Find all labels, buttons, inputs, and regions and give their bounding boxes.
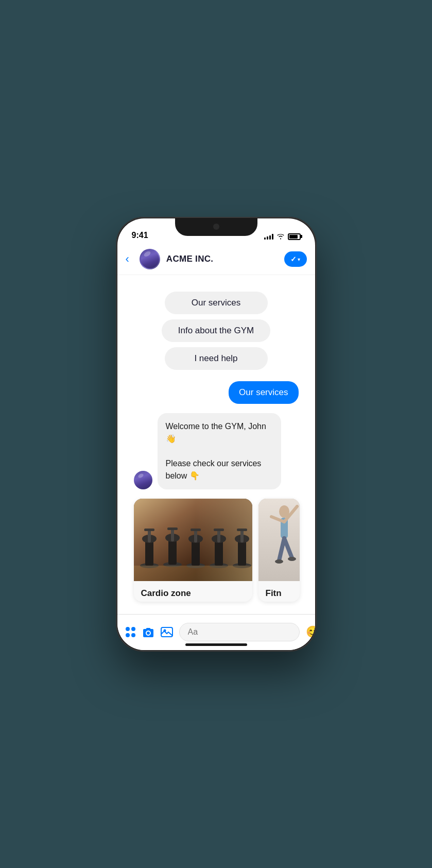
svg-point-36 bbox=[275, 559, 283, 564]
svg-rect-26 bbox=[237, 529, 247, 531]
quick-reply-help[interactable]: I need help bbox=[165, 347, 268, 370]
svg-rect-21 bbox=[214, 529, 224, 531]
photo-icon bbox=[161, 626, 173, 638]
cards-scroll[interactable]: Cardio zone Cardio&Fitness Packages: $20… bbox=[126, 497, 307, 606]
message-input[interactable] bbox=[179, 623, 300, 641]
main-content: Our services Info about the GYM I need h… bbox=[117, 275, 315, 614]
dots-grid-icon bbox=[126, 627, 136, 637]
svg-point-38 bbox=[147, 632, 150, 635]
more-options-button[interactable] bbox=[126, 627, 136, 637]
svg-rect-25 bbox=[240, 530, 244, 542]
chat-area: Our services Info about the GYM I need h… bbox=[117, 275, 315, 614]
back-button[interactable]: ‹ bbox=[126, 250, 133, 268]
photo-button[interactable] bbox=[161, 626, 173, 638]
user-bubble: Our services bbox=[229, 381, 298, 404]
phone-frame: 9:41 ‹ bbox=[116, 217, 317, 652]
quick-replies: Our services Info about the GYM I need h… bbox=[126, 283, 307, 374]
camera-button[interactable] bbox=[142, 627, 154, 637]
wifi-icon bbox=[277, 233, 285, 240]
svg-rect-16 bbox=[191, 529, 201, 531]
quick-reply-gym-info[interactable]: Info about the GYM bbox=[162, 319, 270, 342]
card-fitness-body: Fitn Car $20 $85 $16 bbox=[258, 581, 300, 602]
card-fitness-image bbox=[258, 499, 300, 581]
svg-rect-5 bbox=[148, 530, 151, 542]
status-time: 9:41 bbox=[132, 231, 148, 240]
quick-reply-our-services[interactable]: Our services bbox=[165, 292, 268, 314]
emoji-button[interactable]: 😊 bbox=[306, 625, 315, 639]
camera-dot bbox=[213, 224, 219, 230]
contact-name: ACME INC. bbox=[166, 254, 278, 264]
phone-inner: 9:41 ‹ bbox=[117, 218, 315, 650]
emoji-icon: 😊 bbox=[306, 625, 315, 639]
bot-message-line2: Please check our services below 👇 bbox=[166, 457, 273, 482]
svg-rect-10 bbox=[171, 529, 174, 541]
home-indicator bbox=[185, 643, 247, 646]
dropdown-arrow-icon: ▾ bbox=[298, 257, 300, 262]
svg-rect-20 bbox=[217, 530, 220, 542]
svg-rect-23 bbox=[238, 540, 246, 566]
battery-icon bbox=[288, 233, 301, 240]
svg-rect-15 bbox=[194, 530, 197, 542]
notch bbox=[175, 218, 257, 236]
camera-icon bbox=[142, 627, 154, 637]
card-cardio-title: Cardio zone bbox=[141, 588, 245, 599]
svg-rect-27 bbox=[134, 566, 252, 581]
card-cardio-image bbox=[134, 499, 252, 581]
card-cardio: Cardio zone Cardio&Fitness Packages: $20… bbox=[134, 499, 252, 602]
status-icons bbox=[264, 233, 301, 240]
svg-rect-11 bbox=[167, 527, 178, 530]
check-icon: ✓ bbox=[290, 255, 297, 263]
bot-message-wrapper: Welcome to the GYM, John 👋 Please check … bbox=[126, 411, 307, 491]
card-cardio-body: Cardio zone Cardio&Fitness Packages: $20… bbox=[134, 581, 252, 602]
svg-rect-13 bbox=[192, 540, 200, 566]
svg-rect-18 bbox=[215, 540, 223, 566]
signal-bars-icon bbox=[264, 234, 273, 240]
bot-bubble: Welcome to the GYM, John 👋 Please check … bbox=[158, 413, 281, 489]
svg-point-37 bbox=[288, 557, 296, 561]
svg-rect-8 bbox=[168, 539, 177, 565]
chat-header: ‹ ACME INC. ✓ ▾ bbox=[117, 244, 315, 275]
svg-rect-6 bbox=[144, 529, 154, 531]
check-dropdown-button[interactable]: ✓ ▾ bbox=[284, 251, 307, 267]
bot-avatar bbox=[134, 471, 152, 489]
user-message-wrapper: Our services bbox=[126, 379, 307, 406]
card-fitness-title: Fitn bbox=[266, 588, 292, 599]
card-fitness: Fitn Car $20 $85 $16 bbox=[258, 499, 300, 602]
svg-rect-3 bbox=[145, 540, 153, 566]
bot-message-line1: Welcome to the GYM, John 👋 bbox=[166, 420, 273, 445]
avatar bbox=[140, 249, 160, 269]
